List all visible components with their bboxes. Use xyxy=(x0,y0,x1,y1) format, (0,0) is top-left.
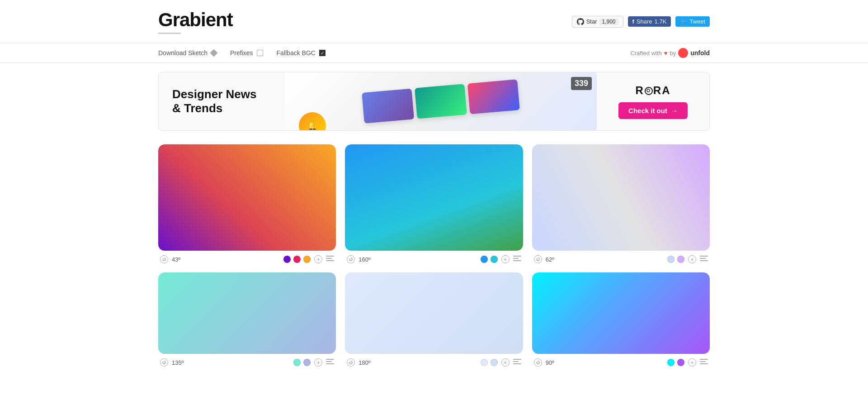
svg-marker-5 xyxy=(537,362,538,363)
header: Grabient Star 1,900 f Share 1.7K 🐦 Tweet xyxy=(0,0,868,38)
header-actions: Star 1,900 f Share 1.7K 🐦 Tweet xyxy=(572,16,710,28)
add-color-button-1[interactable]: + xyxy=(314,255,322,263)
twitter-tweet-label: Tweet xyxy=(689,18,705,25)
color-dot-1c[interactable] xyxy=(303,256,311,263)
gradient-card-2: 160º + xyxy=(345,144,523,263)
color-dot-1a[interactable] xyxy=(283,256,291,263)
heart-icon: ♥ xyxy=(664,50,668,57)
download-sketch-item[interactable]: Download Sketch xyxy=(158,49,217,57)
color-dot-1b[interactable] xyxy=(293,256,301,263)
github-star-count: 1,900 xyxy=(599,18,618,25)
gradient-swatch-6[interactable] xyxy=(532,272,710,354)
crafted-with-text: Crafted with xyxy=(630,50,661,57)
sliders-icon-1[interactable] xyxy=(326,256,334,263)
gradient-swatch-5[interactable] xyxy=(345,272,523,354)
gradient-card-4: 135º + xyxy=(158,272,336,367)
svg-marker-2 xyxy=(537,258,538,260)
github-star-button[interactable]: Star 1,900 xyxy=(572,16,623,28)
rotate-icon-4 xyxy=(162,360,166,365)
angle-value-6: 90º xyxy=(546,359,554,366)
gradient-card-3: 62º + xyxy=(532,144,710,263)
fallback-bgc-label: Fallback BGC xyxy=(277,49,316,57)
prefixes-item[interactable]: Prefixes xyxy=(230,49,263,57)
banner-title: Designer News & Trends xyxy=(172,87,272,115)
gradient-controls-2: 160º + xyxy=(345,255,523,263)
fallback-bgc-item[interactable]: Fallback BGC ✓ xyxy=(277,49,326,57)
github-star-label: Star xyxy=(586,18,597,25)
color-dot-3b[interactable] xyxy=(677,256,684,263)
add-color-button-2[interactable]: + xyxy=(501,255,509,263)
unfold-dot-icon xyxy=(678,48,688,58)
banner-text: Designer News & Trends xyxy=(159,76,285,127)
facebook-share-label: Share xyxy=(637,18,652,25)
sliders-icon-5[interactable] xyxy=(513,359,521,366)
color-dots-4 xyxy=(293,359,311,366)
facebook-share-count: 1.7K xyxy=(655,18,667,25)
gradient-swatch-4[interactable] xyxy=(158,272,336,354)
designer-news-banner: Designer News & Trends 🔔 339 RORA Check … xyxy=(158,72,710,131)
color-dot-3a[interactable] xyxy=(667,256,675,263)
color-dots-5 xyxy=(481,359,498,366)
color-dot-2b[interactable] xyxy=(491,256,498,263)
rotate-icon-5 xyxy=(349,360,353,365)
unfold-logo[interactable]: unfold xyxy=(678,48,710,58)
color-dot-4b[interactable] xyxy=(303,359,311,366)
add-color-button-3[interactable]: + xyxy=(688,255,696,263)
angle-icon-4 xyxy=(160,358,168,367)
fallback-bgc-checkbox[interactable]: ✓ xyxy=(319,50,326,56)
sliders-icon-3[interactable] xyxy=(700,256,708,263)
twitter-tweet-button[interactable]: 🐦 Tweet xyxy=(675,16,710,27)
sliders-icon-2[interactable] xyxy=(513,256,521,263)
add-color-button-6[interactable]: + xyxy=(688,358,696,367)
gradient-controls-3: 62º + xyxy=(532,255,710,263)
gradient-swatch-2[interactable] xyxy=(345,144,523,251)
unfold-brand-name: unfold xyxy=(690,49,710,57)
main-content: Designer News & Trends 🔔 339 RORA Check … xyxy=(0,63,868,376)
add-color-button-4[interactable]: + xyxy=(314,358,322,367)
angle-value-3: 62º xyxy=(546,256,554,263)
mini-card-1 xyxy=(362,89,414,124)
gradient-controls-1: 43º + xyxy=(158,255,336,263)
color-dots-3 xyxy=(667,256,684,263)
github-icon xyxy=(577,18,584,25)
arrow-right-icon: → xyxy=(671,107,678,114)
angle-icon-6 xyxy=(534,358,542,367)
svg-marker-3 xyxy=(163,362,164,363)
banner-visual: 🔔 339 xyxy=(285,72,596,130)
angle-value-5: 180º xyxy=(359,359,370,366)
gradient-swatch-3[interactable] xyxy=(532,144,710,251)
sliders-icon-4[interactable] xyxy=(326,359,334,366)
rotate-icon-6 xyxy=(536,360,540,365)
angle-icon-5 xyxy=(347,358,355,367)
color-dot-6b[interactable] xyxy=(677,359,684,366)
color-dot-6a[interactable] xyxy=(667,359,675,366)
toolbar: Download Sketch Prefixes Fallback BGC ✓ … xyxy=(0,43,868,63)
angle-value-2: 160º xyxy=(359,256,370,263)
banner-count: 339 xyxy=(571,77,592,90)
color-dot-4a[interactable] xyxy=(293,359,301,366)
color-dot-2a[interactable] xyxy=(481,256,488,263)
sliders-icon-6[interactable] xyxy=(700,359,708,366)
check-it-out-button[interactable]: Check it out → xyxy=(618,102,688,119)
gradient-card-5: 180º + xyxy=(345,272,523,367)
gradient-controls-4: 135º + xyxy=(158,358,336,367)
rotate-icon-1 xyxy=(162,257,166,262)
angle-icon-1 xyxy=(160,255,168,263)
gradient-card-6: 90º + xyxy=(532,272,710,367)
color-dot-5a[interactable] xyxy=(481,359,488,366)
banner-cards xyxy=(362,79,520,124)
gradient-controls-6: 90º + xyxy=(532,358,710,367)
angle-icon-2 xyxy=(347,255,355,263)
notification-circle-icon: 🔔 xyxy=(299,112,326,130)
add-color-button-5[interactable]: + xyxy=(501,358,509,367)
angle-value-4: 135º xyxy=(172,359,184,366)
facebook-share-button[interactable]: f Share 1.7K xyxy=(628,16,671,27)
color-dots-1 xyxy=(283,256,311,263)
prefixes-checkbox[interactable] xyxy=(257,50,263,56)
prefixes-label: Prefixes xyxy=(230,49,253,57)
svg-marker-1 xyxy=(349,258,351,260)
angle-value-1: 43º xyxy=(172,256,180,263)
gradient-swatch-1[interactable] xyxy=(158,144,336,251)
color-dot-5b[interactable] xyxy=(491,359,498,366)
mini-card-3 xyxy=(467,79,520,114)
